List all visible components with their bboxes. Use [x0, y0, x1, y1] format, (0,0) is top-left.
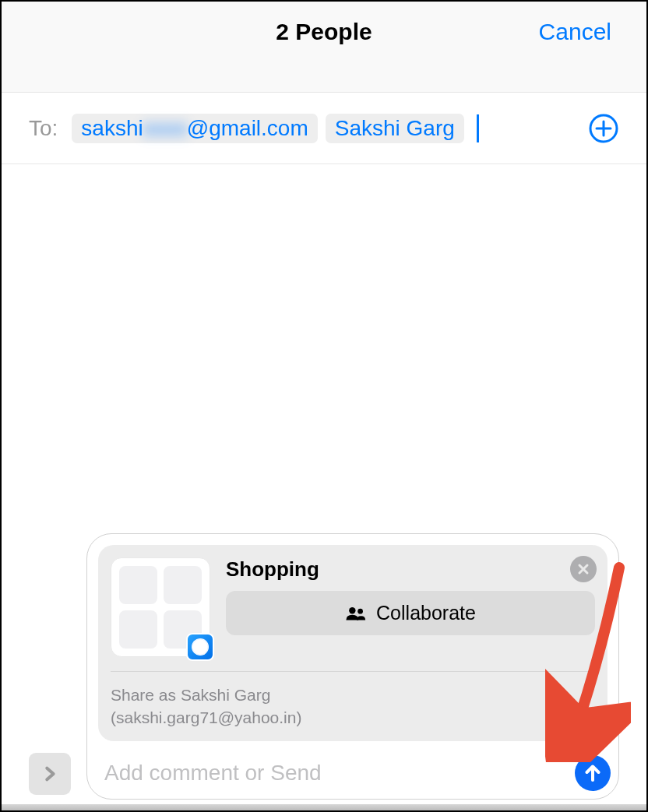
- to-field-row[interactable]: To: sakshixxxx@gmail.com Sakshi Garg: [2, 93, 646, 164]
- share-item-title: Shopping: [226, 557, 595, 582]
- add-contact-button[interactable]: [588, 113, 619, 144]
- to-label: To:: [29, 116, 58, 141]
- cancel-button[interactable]: Cancel: [539, 19, 611, 45]
- contact-chip-email[interactable]: sakshixxxx@gmail.com: [72, 114, 317, 143]
- share-attachment-card: Shopping Collaborate S: [98, 545, 608, 741]
- header-bar: 2 People Cancel: [2, 2, 646, 93]
- expand-apps-button[interactable]: [29, 753, 71, 795]
- bottom-edge-bar: [2, 804, 646, 810]
- tab-tile: [119, 610, 157, 649]
- text-cursor: [477, 114, 479, 142]
- page-title: 2 People: [276, 19, 372, 45]
- collaborate-button[interactable]: Collaborate: [226, 591, 595, 635]
- tab-group-preview: [111, 557, 210, 657]
- close-icon: [577, 563, 590, 575]
- tab-tile: [164, 566, 202, 604]
- plus-circle-icon: [588, 113, 619, 144]
- arrow-up-icon: [583, 764, 602, 782]
- comment-input[interactable]: [104, 761, 567, 786]
- svg-point-5: [192, 638, 209, 656]
- share-as-info: Share as Sakshi Garg (sakshi.garg71@yaho…: [111, 672, 595, 729]
- tab-tile: [119, 566, 157, 604]
- compose-bubble: Shopping Collaborate S: [86, 533, 619, 800]
- contact-chip-name[interactable]: Sakshi Garg: [326, 114, 464, 143]
- svg-point-9: [349, 607, 355, 613]
- chevron-right-icon: [41, 765, 58, 782]
- safari-app-badge: [186, 633, 214, 661]
- svg-point-10: [357, 609, 363, 614]
- safari-icon: [190, 637, 210, 657]
- send-button[interactable]: [575, 755, 611, 791]
- compose-row: Shopping Collaborate S: [29, 533, 619, 800]
- people-icon: [345, 606, 367, 621]
